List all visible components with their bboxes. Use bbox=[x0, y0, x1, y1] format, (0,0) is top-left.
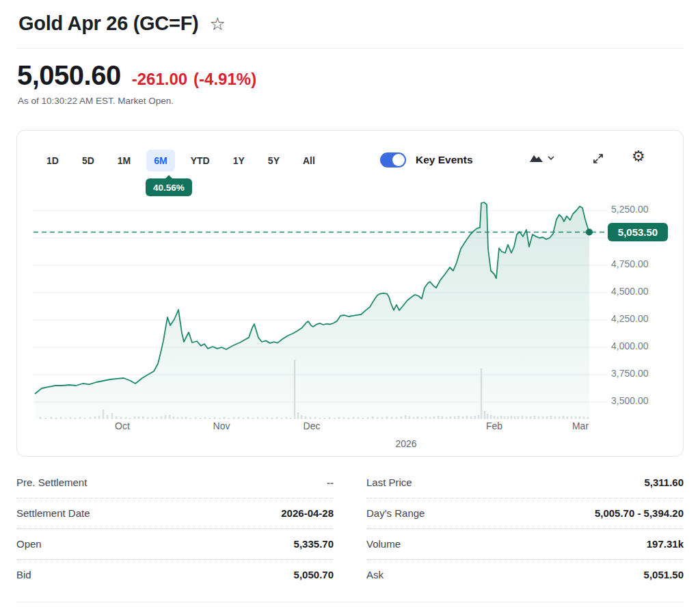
key-events-group: Key Events bbox=[380, 150, 473, 170]
period-return-badge: 40.56% bbox=[146, 178, 192, 196]
stat-row-left-1: Settlement Date2026-04-28 bbox=[16, 498, 334, 529]
stat-value: 2026-04-28 bbox=[281, 507, 334, 519]
x-axis-tick-oct: Oct bbox=[115, 420, 130, 431]
stats-column-left: Pre. Settlement--Settlement Date2026-04-… bbox=[16, 468, 334, 590]
stat-row-right-0: Last Price5,311.60 bbox=[366, 468, 684, 498]
range-tab-6m[interactable]: 6M bbox=[146, 150, 174, 172]
x-axis-year-label: 2026 bbox=[395, 438, 416, 449]
y-axis-tick: 4,500.00 bbox=[611, 286, 649, 297]
stat-value: 5,005.70 - 5,394.20 bbox=[595, 507, 684, 519]
x-axis-tick-dec: Dec bbox=[304, 420, 321, 431]
bottom-divider bbox=[16, 602, 684, 602]
y-axis-tick: 4,250.00 bbox=[611, 313, 649, 324]
price-change: -261.00 bbox=[132, 70, 187, 89]
header-divider bbox=[16, 48, 684, 49]
toggle-knob bbox=[392, 154, 405, 166]
stats-column-right: Last Price5,311.60Day's Range5,005.70 - … bbox=[366, 468, 684, 590]
stat-value: 197.31k bbox=[647, 538, 684, 550]
stat-value: -- bbox=[327, 477, 334, 488]
stat-label: Last Price bbox=[366, 477, 412, 488]
key-events-label: Key Events bbox=[416, 154, 473, 166]
stat-value: 5,335.70 bbox=[294, 538, 334, 550]
stat-row-right-3: Ask5,051.50 bbox=[366, 560, 684, 590]
y-axis-tick: 5,250.00 bbox=[611, 204, 649, 215]
y-axis-tick: 4,000.00 bbox=[611, 340, 649, 351]
fullscreen-button[interactable] bbox=[592, 152, 604, 167]
stat-row-left-0: Pre. Settlement-- bbox=[16, 468, 334, 498]
header: Gold Apr 26 (GC=F) ☆ bbox=[18, 12, 226, 35]
key-events-toggle[interactable] bbox=[380, 152, 406, 168]
x-axis-tick-nov: Nov bbox=[213, 420, 230, 431]
page-title: Gold Apr 26 (GC=F) bbox=[18, 12, 198, 35]
stat-value: 5,050.70 bbox=[294, 569, 334, 580]
current-price-axis-badge: 5,053.50 bbox=[608, 223, 668, 241]
range-tab-5y[interactable]: 5Y bbox=[260, 150, 287, 172]
chart-type-button[interactable] bbox=[530, 153, 554, 163]
stat-row-left-3: Bid5,050.70 bbox=[16, 560, 334, 590]
range-tab-1y[interactable]: 1Y bbox=[226, 150, 252, 172]
stat-label: Settlement Date bbox=[16, 507, 90, 519]
y-axis-tick: 3,500.00 bbox=[611, 395, 649, 406]
chart-canvas bbox=[33, 199, 608, 426]
quote-stats-table: Pre. Settlement--Settlement Date2026-04-… bbox=[16, 468, 684, 590]
range-tab-all[interactable]: All bbox=[295, 150, 323, 172]
quote-page: Gold Apr 26 (GC=F) ☆ 5,050.60 -261.00 (-… bbox=[0, 0, 700, 616]
stat-value: 5,311.60 bbox=[644, 477, 684, 488]
range-tabs: 1D5D1M6MYTD1Y5YAll bbox=[39, 150, 323, 172]
watchlist-star-icon[interactable]: ☆ bbox=[209, 15, 225, 33]
expand-icon bbox=[592, 152, 604, 165]
chart-card: 1D5D1M6MYTD1Y5YAll 40.56% Key Events ⚙ 5… bbox=[16, 130, 684, 457]
y-axis-tick: 3,750.00 bbox=[611, 368, 649, 379]
range-tab-ytd[interactable]: YTD bbox=[183, 150, 217, 172]
stat-label: Pre. Settlement bbox=[16, 477, 87, 488]
settings-button[interactable]: ⚙ bbox=[632, 149, 645, 164]
range-tab-1m[interactable]: 1M bbox=[110, 150, 138, 172]
area-chart-icon bbox=[530, 153, 543, 163]
as-of-timestamp: As of 10:30:22 AM EST. Market Open. bbox=[18, 96, 174, 106]
stat-row-right-2: Volume197.31k bbox=[366, 529, 684, 560]
range-tab-5d[interactable]: 5D bbox=[75, 150, 102, 172]
stat-label: Volume bbox=[366, 538, 401, 550]
stat-row-right-1: Day's Range5,005.70 - 5,394.20 bbox=[366, 498, 684, 529]
price-change-percent: (-4.91%) bbox=[193, 70, 256, 89]
price-chart[interactable] bbox=[33, 199, 608, 426]
price-row: 5,050.60 -261.00 (-4.91%) bbox=[17, 60, 256, 91]
current-price: 5,050.60 bbox=[17, 60, 121, 91]
stat-label: Bid bbox=[16, 569, 31, 580]
stat-label: Day's Range bbox=[366, 507, 425, 519]
stat-label: Open bbox=[16, 538, 42, 550]
x-axis-tick-mar: Mar bbox=[572, 420, 589, 431]
stat-label: Ask bbox=[366, 569, 383, 580]
y-axis-tick: 4,750.00 bbox=[611, 258, 649, 269]
stat-row-left-2: Open5,335.70 bbox=[16, 529, 334, 560]
stat-value: 5,051.50 bbox=[644, 569, 684, 580]
x-axis-tick-feb: Feb bbox=[486, 420, 502, 431]
gear-icon: ⚙ bbox=[632, 148, 645, 165]
chevron-down-icon bbox=[548, 156, 554, 160]
range-tab-1d[interactable]: 1D bbox=[39, 150, 66, 172]
